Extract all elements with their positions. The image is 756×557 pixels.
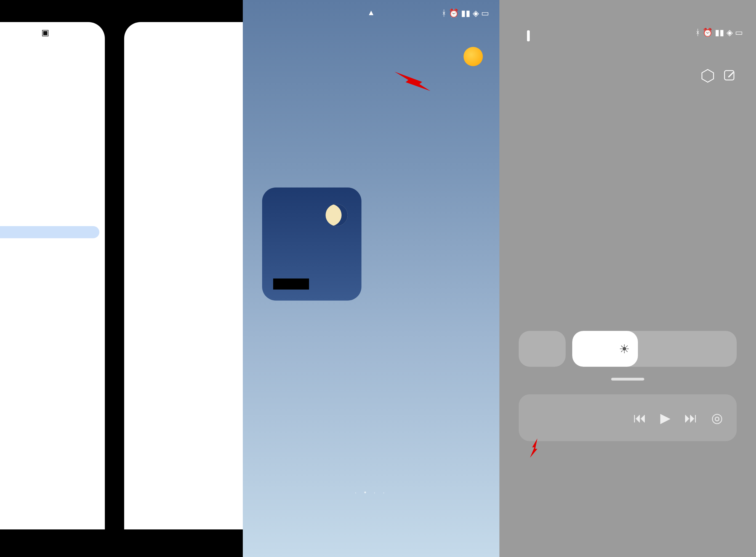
alarm-icon: ⏰ xyxy=(449,8,459,18)
wifi-icon: ◈ xyxy=(726,28,733,37)
auto-brightness-button[interactable] xyxy=(519,331,566,367)
edit-icon[interactable] xyxy=(723,69,737,83)
control-center[interactable]: ᚼ ⏰ ▮▮ ◈ ▭ ☀ ⏮ ▶ ⏭ ◎ xyxy=(499,0,756,557)
settings-recent-app-card: ▣ xyxy=(0,0,243,557)
media-prev-icon[interactable]: ⏮ xyxy=(633,410,646,426)
sun-icon xyxy=(464,47,483,66)
svg-marker-1 xyxy=(702,69,713,82)
mini-weather-widget[interactable] xyxy=(464,47,483,68)
alarm-icon: ⏰ xyxy=(702,28,713,37)
bluetooth-icon: ᚼ xyxy=(442,8,446,18)
status-bar: ▣ xyxy=(39,28,49,37)
media-control[interactable]: ⏮ ▶ ⏭ ◎ xyxy=(519,394,737,441)
settings-hex-icon[interactable] xyxy=(701,69,715,83)
svg-rect-2 xyxy=(725,70,734,80)
signal-icon: ▮▮ xyxy=(461,8,470,18)
brightness-slider[interactable]: ☀ xyxy=(572,331,737,367)
annotation-arrow-icon xyxy=(519,438,555,458)
bluetooth-icon: ᚼ xyxy=(695,28,700,37)
status-bar: ᚼ ⏰ ▮▮ ◈ ▭ xyxy=(442,8,491,18)
recent-blank-card[interactable] xyxy=(124,22,243,529)
status-icon: ▣ xyxy=(41,28,49,37)
annotation-arrow-icon xyxy=(395,72,430,91)
moon-icon xyxy=(326,204,348,226)
status-bar: ᚼ ⏰ ▮▮ ◈ ▭ xyxy=(695,28,745,37)
brightness-icon: ☀ xyxy=(619,342,629,356)
page-indicator[interactable]: · • · · xyxy=(355,489,387,496)
media-next-icon[interactable]: ⏭ xyxy=(684,410,698,426)
signal-icon: ▮▮ xyxy=(715,28,724,37)
android-icon: ▲ xyxy=(367,8,375,17)
settings-card: ▣ xyxy=(0,22,105,529)
drag-handle[interactable] xyxy=(611,378,644,381)
home-screen[interactable]: ▲ ᚼ ⏰ ▮▮ ◈ ▭ · • · · xyxy=(243,0,499,557)
media-play-icon[interactable]: ▶ xyxy=(660,410,670,426)
battery-icon: ▭ xyxy=(735,28,743,37)
battery-icon: ▭ xyxy=(481,8,489,18)
wifi-icon: ◈ xyxy=(473,8,479,18)
notch-indicator xyxy=(527,30,530,41)
media-cast-icon[interactable]: ◎ xyxy=(711,410,723,426)
svg-marker-3 xyxy=(530,438,537,458)
redaction-block xyxy=(273,278,309,290)
weather-widget[interactable] xyxy=(262,187,361,300)
svg-marker-0 xyxy=(395,72,430,91)
